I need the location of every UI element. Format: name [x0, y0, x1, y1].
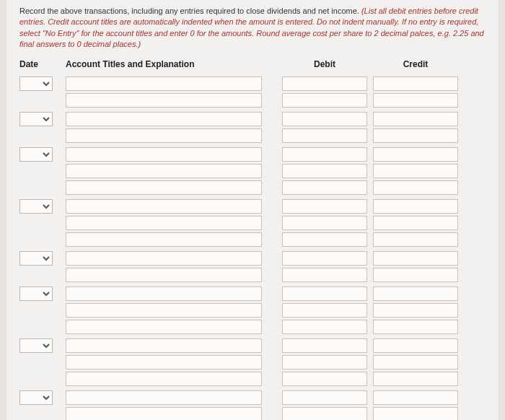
credit-input[interactable]: [373, 338, 458, 353]
credit-input[interactable]: [373, 407, 458, 420]
credit-input[interactable]: [373, 232, 458, 247]
account-title-input[interactable]: [66, 76, 262, 91]
entry-group: [19, 199, 486, 247]
credit-input[interactable]: [373, 76, 458, 91]
credit-input[interactable]: [373, 251, 458, 266]
account-title-input[interactable]: [66, 390, 262, 405]
date-select[interactable]: [19, 338, 53, 353]
credit-input[interactable]: [373, 164, 458, 178]
account-title-input[interactable]: [66, 93, 262, 108]
account-title-input[interactable]: [66, 199, 262, 214]
account-title-input[interactable]: [66, 128, 262, 143]
instructions-black: Record the above transactions, including…: [19, 6, 361, 15]
header-credit: Credit: [373, 59, 458, 69]
entry-row: [19, 232, 486, 247]
journal-entry-form: Record the above transactions, including…: [6, 0, 499, 420]
debit-input[interactable]: [282, 286, 367, 301]
credit-input[interactable]: [373, 372, 458, 386]
debit-input[interactable]: [282, 180, 367, 195]
debit-input[interactable]: [282, 407, 367, 420]
entry-group: [19, 251, 486, 282]
credit-input[interactable]: [373, 128, 458, 143]
account-title-input[interactable]: [66, 147, 262, 162]
date-select[interactable]: [19, 76, 53, 91]
debit-input[interactable]: [282, 76, 367, 91]
account-title-input[interactable]: [66, 112, 262, 126]
debit-input[interactable]: [282, 147, 367, 162]
entry-row: [19, 390, 486, 405]
credit-input[interactable]: [373, 199, 458, 214]
debit-input[interactable]: [282, 251, 367, 266]
instructions-text: Record the above transactions, including…: [19, 6, 486, 51]
entry-row: [19, 355, 486, 369]
header-date: Date: [19, 59, 66, 69]
entries-container: [19, 76, 486, 420]
debit-input[interactable]: [282, 128, 367, 143]
account-title-input[interactable]: [66, 216, 262, 230]
credit-input[interactable]: [373, 286, 458, 301]
credit-input[interactable]: [373, 93, 458, 108]
entry-row: [19, 251, 486, 266]
date-select[interactable]: [19, 147, 53, 162]
debit-input[interactable]: [282, 338, 367, 353]
credit-input[interactable]: [373, 180, 458, 195]
debit-input[interactable]: [282, 164, 367, 178]
table-header: Date Account Titles and Explanation Debi…: [19, 58, 486, 71]
date-select[interactable]: [19, 390, 53, 405]
credit-input[interactable]: [373, 147, 458, 162]
date-select[interactable]: [19, 112, 53, 126]
entry-group: [19, 338, 486, 386]
entry-group: [19, 112, 486, 143]
account-title-input[interactable]: [66, 407, 262, 420]
credit-input[interactable]: [373, 320, 458, 334]
entry-row: [19, 268, 486, 282]
credit-input[interactable]: [373, 355, 458, 369]
account-title-input[interactable]: [66, 251, 262, 266]
date-select[interactable]: [19, 199, 53, 214]
account-title-input[interactable]: [66, 372, 262, 386]
account-title-input[interactable]: [66, 232, 262, 247]
entry-row: [19, 147, 486, 162]
entry-row: [19, 407, 486, 420]
credit-input[interactable]: [373, 303, 458, 318]
debit-input[interactable]: [282, 303, 367, 318]
debit-input[interactable]: [282, 216, 367, 230]
entry-row: [19, 164, 486, 178]
debit-input[interactable]: [282, 93, 367, 108]
debit-input[interactable]: [282, 320, 367, 334]
entry-row: [19, 93, 486, 108]
date-select[interactable]: [19, 251, 53, 266]
debit-input[interactable]: [282, 112, 367, 126]
debit-input[interactable]: [282, 268, 367, 282]
entry-row: [19, 216, 486, 230]
account-title-input[interactable]: [66, 164, 262, 178]
debit-input[interactable]: [282, 355, 367, 369]
debit-input[interactable]: [282, 199, 367, 214]
account-title-input[interactable]: [66, 355, 262, 369]
account-title-input[interactable]: [66, 338, 262, 353]
account-title-input[interactable]: [66, 180, 262, 195]
account-title-input[interactable]: [66, 286, 262, 301]
account-title-input[interactable]: [66, 320, 262, 334]
entry-group: [19, 76, 486, 108]
debit-input[interactable]: [282, 372, 367, 386]
entry-row: [19, 112, 486, 126]
credit-input[interactable]: [373, 390, 458, 405]
date-select[interactable]: [19, 286, 53, 301]
entry-row: [19, 338, 486, 353]
entry-row: [19, 76, 486, 91]
credit-input[interactable]: [373, 268, 458, 282]
entry-group: [19, 286, 486, 334]
account-title-input[interactable]: [66, 303, 262, 318]
entry-row: [19, 199, 486, 214]
entry-row: [19, 286, 486, 301]
credit-input[interactable]: [373, 112, 458, 126]
debit-input[interactable]: [282, 232, 367, 247]
credit-input[interactable]: [373, 216, 458, 230]
entry-row: [19, 128, 486, 143]
header-account: Account Titles and Explanation: [66, 59, 262, 69]
entry-row: [19, 320, 486, 334]
entry-row: [19, 372, 486, 386]
account-title-input[interactable]: [66, 268, 262, 282]
debit-input[interactable]: [282, 390, 367, 405]
